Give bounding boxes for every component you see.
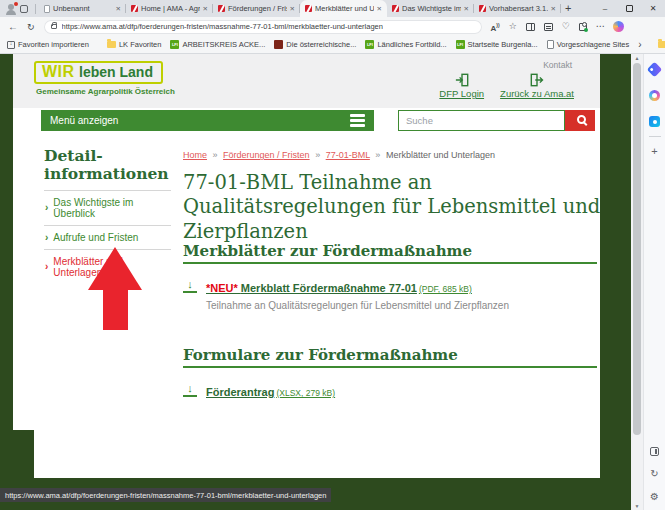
site-search-button[interactable] xyxy=(565,110,595,131)
url-text[interactable]: https://www.ama.at/dfp/foerderungen-fris… xyxy=(62,22,383,31)
section-rule xyxy=(183,262,597,264)
settings-more-icon[interactable]: ⋯ xyxy=(596,22,605,31)
folder-icon xyxy=(658,41,665,48)
close-tab-icon[interactable]: ✕ xyxy=(551,5,556,13)
hamburger-icon xyxy=(350,114,365,127)
tab-home-ama[interactable]: Home | AMA - Agr ✕ xyxy=(126,0,213,17)
ama-favicon xyxy=(305,5,312,12)
exit-door-icon xyxy=(530,73,544,87)
scroll-down-arrow[interactable]: ▼ xyxy=(631,503,643,509)
download-link[interactable]: *NEU* Merkblatt Fördermaßnahme 77-01(PDF… xyxy=(206,282,472,294)
close-tab-icon[interactable]: ✕ xyxy=(377,5,382,13)
tab-das-wichtigste[interactable]: Das Wichtigste im ✕ xyxy=(387,0,474,17)
favorite-oesterreichische[interactable]: Die österreichische... xyxy=(274,40,356,49)
favorite-lk-favoriten[interactable]: LK Favoriten xyxy=(107,40,162,49)
ama-favicon xyxy=(131,5,138,12)
download-description: Teilnahme an Qualitätsregelungen für Leb… xyxy=(206,300,509,311)
scroll-up-arrow[interactable]: ▲ xyxy=(631,55,643,61)
menu-toggle-bar[interactable]: Menü anzeigen xyxy=(41,110,374,131)
favorite-burgenland[interactable]: LFI Startseite Burgenla... xyxy=(456,40,538,49)
workspaces-icon[interactable] xyxy=(20,5,28,13)
menu-toggle-label: Menü anzeigen xyxy=(50,115,118,126)
browser-essentials-icon[interactable]: ♡ xyxy=(562,22,570,31)
tab-strip: Unbenannt ✕ Home | AMA - Agr ✕ Förderung… xyxy=(0,0,665,17)
detailnav-title: Detail-informationen xyxy=(44,147,159,184)
favorite-laendliches[interactable]: LFI Ländliches Fortbild... xyxy=(365,40,446,49)
split-screen-icon[interactable] xyxy=(526,23,535,31)
sidebar-item-aufrufe[interactable]: › Aufrufe und Fristen xyxy=(44,225,171,249)
download-meta: (PDF, 685 kB) xyxy=(419,284,472,294)
close-tab-icon[interactable]: ✕ xyxy=(116,5,121,13)
site-logo[interactable]: WIR leben Land Gemeinsame Agrarpolitik Ö… xyxy=(34,61,175,96)
favorite-label: Vorgeschlagene Sites xyxy=(557,40,630,49)
download-link-label: Förderantrag xyxy=(206,386,274,398)
add-sidebar-item-icon[interactable]: + xyxy=(651,146,657,157)
favorite-arbeitskreis[interactable]: LFI ARBEITSKREIS ACKE... xyxy=(170,40,265,49)
breadcrumb-foerderungen[interactable]: Förderungen / Fristen xyxy=(223,150,310,160)
section-heading-merkblaetter: Merkblätter zur Fördermaßnahme xyxy=(183,242,472,260)
favorite-label: Die österreichische... xyxy=(286,40,356,49)
sidebar-toggle-icon[interactable] xyxy=(650,447,659,456)
header-links: DFP Login Zurück zu Ama.at xyxy=(439,73,574,99)
tab-unbenannt[interactable]: Unbenannt ✕ xyxy=(39,0,126,17)
copilot-icon[interactable] xyxy=(613,21,624,32)
more-favorites-folder[interactable]: Weitere Favoriten xyxy=(658,40,665,49)
download-item-merkblatt[interactable]: *NEU* Merkblatt Fördermaßnahme 77-01(PDF… xyxy=(183,278,509,311)
profile-avatar-icon[interactable] xyxy=(5,3,17,15)
refresh-button[interactable]: ↻ xyxy=(27,22,35,32)
sidebar-item-ueberblick[interactable]: › Das Wichtigste im Überblick xyxy=(44,190,171,225)
settings-gear-icon[interactable]: ⚙ xyxy=(650,492,659,502)
drop-camera-icon[interactable] xyxy=(649,116,660,127)
site-icon xyxy=(274,40,283,49)
login-door-icon xyxy=(455,73,469,87)
lfi-icon: LFI xyxy=(170,40,179,49)
download-text: *NEU* Merkblatt Fördermaßnahme 77-01(PDF… xyxy=(206,278,509,311)
tab-label: Merkblätter und U xyxy=(315,4,374,13)
close-window-button[interactable]: ✕ xyxy=(641,0,665,17)
lfi-icon: LFI xyxy=(456,40,465,49)
page-scrollbar[interactable]: ▲ ▼ xyxy=(631,54,643,510)
close-tab-icon[interactable]: ✕ xyxy=(203,5,208,13)
tab-foerderungen[interactable]: Förderungen / Fris ✕ xyxy=(213,0,300,17)
back-button[interactable]: ← xyxy=(8,21,18,32)
logo-wir-text: WIR xyxy=(42,63,75,80)
breadcrumb-77-01-bml[interactable]: 77-01-BML xyxy=(326,150,370,160)
lock-icon[interactable] xyxy=(51,24,57,29)
download-text: Förderantrag(XLSX, 279 kB) xyxy=(206,382,335,400)
download-item-foerderantrag[interactable]: Förderantrag(XLSX, 279 kB) xyxy=(183,382,335,400)
collections-icon[interactable] xyxy=(544,23,553,31)
tab-label: Das Wichtigste im xyxy=(402,4,461,13)
favorite-label: Ländliches Fortbild... xyxy=(377,40,446,49)
breadcrumb-home[interactable]: Home xyxy=(183,150,207,160)
new-tab-button[interactable]: + xyxy=(565,3,571,14)
extensions-icon[interactable] xyxy=(579,23,587,31)
breadcrumb-separator: » xyxy=(375,150,380,160)
close-tab-icon[interactable]: ✕ xyxy=(290,5,295,13)
designer-icon[interactable] xyxy=(649,90,660,101)
close-tab-icon[interactable]: ✕ xyxy=(464,5,469,13)
scrollbar-thumb[interactable] xyxy=(633,63,641,435)
tab-vorhabensart[interactable]: Vorhabensart 3.1.1 ✕ xyxy=(474,0,561,17)
shopping-tag-icon[interactable] xyxy=(647,62,663,78)
minimize-button[interactable]: – xyxy=(593,0,617,17)
read-aloud-icon[interactable]: A)) xyxy=(491,21,500,33)
favorite-vorgeschlagene[interactable]: Vorgeschlagene Sites xyxy=(547,40,630,49)
kontakt-link[interactable]: Kontakt xyxy=(543,60,572,70)
download-link[interactable]: Förderantrag(XLSX, 279 kB) xyxy=(206,386,335,398)
import-favorites-button[interactable]: Favoriten importieren xyxy=(7,40,89,49)
refresh-circle-icon[interactable]: ↻ xyxy=(650,469,658,479)
back-to-ama-link[interactable]: Zurück zu Ama.at xyxy=(500,73,574,99)
tab-label: Home | AMA - Agr xyxy=(141,4,200,13)
maximize-button[interactable] xyxy=(617,0,641,17)
tab-merkblaetter-active[interactable]: Merkblätter und U ✕ xyxy=(300,0,387,17)
chevron-right-icon: › xyxy=(45,261,48,272)
site-header: WIR leben Land Gemeinsame Agrarpolitik Ö… xyxy=(13,54,600,108)
favorites-overflow-chevron[interactable]: › xyxy=(638,40,641,50)
dfp-login-link[interactable]: DFP Login xyxy=(439,73,484,99)
download-icon xyxy=(183,382,197,397)
address-bar[interactable]: https://www.ama.at/dfp/foerderungen-fris… xyxy=(44,20,482,34)
add-favorite-star-icon[interactable]: ☆ xyxy=(509,22,517,31)
logo-rest-text: leben Land xyxy=(79,64,153,80)
site-search-input[interactable] xyxy=(398,110,565,131)
chevron-right-icon: › xyxy=(45,232,48,243)
